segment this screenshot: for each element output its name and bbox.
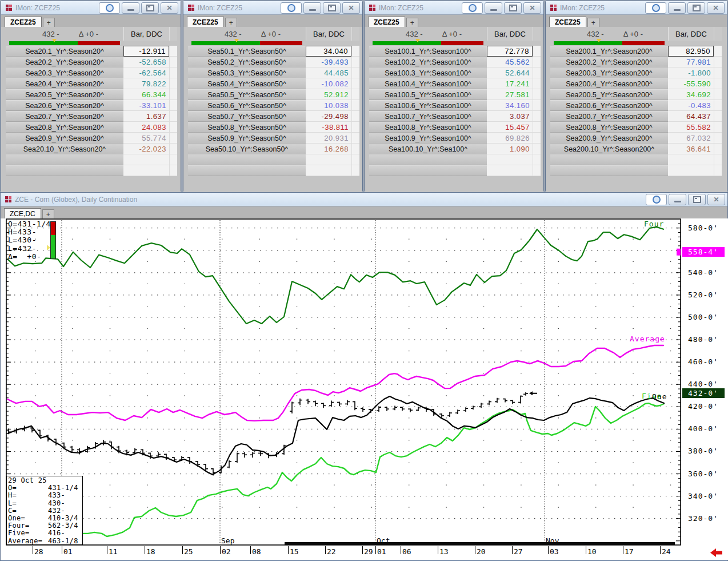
value-cell[interactable]: -0.483 <box>668 100 714 111</box>
maximize-button[interactable] <box>323 2 341 14</box>
table-row[interactable]: Sea200.6_Yr^:Season200^-0.483 <box>550 100 727 111</box>
value-cell[interactable]: 55.774 <box>123 133 169 144</box>
table-row[interactable]: Sea20.9_Yr^:Season20^55.774 <box>6 133 181 144</box>
series-label-cell[interactable]: Sea200.3_Yr^:Season200^ <box>550 67 668 78</box>
price-chart-plot[interactable] <box>1 218 728 560</box>
value-cell[interactable]: 79.822 <box>123 78 169 89</box>
series-label-cell[interactable]: Sea100.6_Yr^:Season100^ <box>369 100 487 111</box>
add-tab-button[interactable]: + <box>406 18 418 27</box>
value-cell[interactable]: -38.811 <box>306 122 351 133</box>
table-row[interactable]: Sea200.2_Yr^:Season200^77.981 <box>550 57 727 67</box>
value-cell[interactable]: 55.582 <box>668 122 714 133</box>
series-label-cell[interactable]: Sea50.9_Yr^:Season50^ <box>188 133 306 144</box>
value-cell[interactable]: 34.040 <box>306 46 351 57</box>
value-cell[interactable]: -22.023 <box>123 144 169 154</box>
maximize-button[interactable] <box>141 2 159 14</box>
value-cell[interactable]: -10.082 <box>306 78 351 89</box>
chart-canvas[interactable]: O=431-1/4 H=433- L=430- L=432- Δ= +0- 29… <box>1 218 728 560</box>
table-row[interactable]: Sea50.5_Yr^:Season50^52.912 <box>188 89 362 100</box>
series-label-cell[interactable]: Sea100.10_Yr^:Sea100^ <box>369 144 487 154</box>
value-cell[interactable]: 45.562 <box>487 57 533 67</box>
table-row[interactable]: Sea100.3_Yr^:Season100^52.644 <box>369 67 543 78</box>
monitor-tab[interactable]: ZCEZ25 <box>368 17 405 27</box>
table-row[interactable]: Sea200.9_Yr^:Season200^67.032 <box>550 133 727 144</box>
monitor-tab[interactable]: ZCEZ25 <box>549 17 586 27</box>
add-tab-button[interactable]: + <box>225 18 237 27</box>
series-label-cell[interactable]: Sea20.2_Yr^:Season20^ <box>6 57 123 67</box>
table-row[interactable]: Sea100.5_Yr^:Season100^27.581 <box>369 89 543 100</box>
table-row[interactable]: Sea20.7_Yr^:Season20^1.637 <box>6 111 181 122</box>
pin-target-button[interactable] <box>281 2 302 14</box>
close-button[interactable]: ✕ <box>161 2 178 14</box>
series-label-cell[interactable]: Sea20.10_Yr^:Season20^ <box>6 144 123 154</box>
table-row[interactable]: Sea100.8_Yr^:Season100^15.457 <box>369 122 543 133</box>
series-label-cell[interactable]: Sea100.9_Yr^:Season100^ <box>369 133 487 144</box>
table-row[interactable]: Sea50.6_Yr^:Season50^10.038 <box>188 100 362 111</box>
pin-target-button[interactable] <box>645 2 666 14</box>
series-label-cell[interactable]: Sea50.2_Yr^:Season50^ <box>188 57 306 67</box>
value-cell[interactable]: 17.241 <box>487 78 533 89</box>
value-cell[interactable]: 64.437 <box>668 111 714 122</box>
close-button[interactable]: ✕ <box>523 2 541 14</box>
close-button[interactable]: ✕ <box>707 194 725 205</box>
series-label-cell[interactable]: Sea100.4_Yr^:Season100^ <box>369 78 487 89</box>
series-label-cell[interactable]: Sea20.9_Yr^:Season20^ <box>6 133 123 144</box>
table-row[interactable]: Sea50.8_Yr^:Season50^-38.811 <box>188 122 362 133</box>
table-row[interactable]: Sea20.5_Yr^:Season20^66.344 <box>6 89 181 100</box>
table-row[interactable]: Sea100.2_Yr^:Season100^45.562 <box>369 57 543 67</box>
x-axis[interactable]: 28011118250208152229010613202703101724 <box>1 546 728 560</box>
value-cell[interactable]: 52.912 <box>306 89 351 100</box>
series-label-cell[interactable]: Sea200.8_Yr^:Season200^ <box>550 122 668 133</box>
value-cell[interactable]: 82.950 <box>668 46 714 57</box>
value-cell[interactable]: 34.160 <box>487 100 533 111</box>
value-cell[interactable]: 1.090 <box>487 144 533 154</box>
value-cell[interactable]: -39.493 <box>306 57 351 67</box>
value-cell[interactable]: 20.931 <box>306 133 351 144</box>
series-label-cell[interactable]: Sea50.5_Yr^:Season50^ <box>188 89 306 100</box>
minimize-button[interactable] <box>669 194 686 205</box>
series-label-cell[interactable]: Sea200.7_Yr^:Season200^ <box>550 111 668 122</box>
series-label-cell[interactable]: Sea50.10_Yr^:Season50^ <box>188 144 306 154</box>
value-cell[interactable]: 52.644 <box>487 67 533 78</box>
minimize-button[interactable] <box>122 2 139 14</box>
minimize-button[interactable] <box>485 2 502 14</box>
value-cell[interactable]: 24.083 <box>123 122 169 133</box>
value-cell[interactable]: 69.826 <box>487 133 533 144</box>
chart-window-titlebar[interactable]: ZCE - Corn (Globex), Daily Continuation … <box>1 193 727 206</box>
series-label-cell[interactable]: Sea20.1_Yr^:Season20^ <box>6 46 123 57</box>
series-label-cell[interactable]: Sea100.8_Yr^:Season100^ <box>369 122 487 133</box>
value-cell[interactable]: -52.658 <box>123 57 169 67</box>
series-label-cell[interactable]: Sea200.1_Yr^:Season200^ <box>550 46 668 57</box>
add-tab-button[interactable]: + <box>43 18 55 27</box>
table-row[interactable]: Sea100.4_Yr^:Season100^17.241 <box>369 78 543 89</box>
series-label-cell[interactable]: Sea50.1_Yr^:Season50^ <box>188 46 306 57</box>
value-cell[interactable]: -29.498 <box>306 111 351 122</box>
series-label-cell[interactable]: Sea50.4_Yr^:Season50^ <box>188 78 306 89</box>
table-row[interactable]: Sea20.10_Yr^:Season20^-22.023 <box>6 144 181 154</box>
table-row[interactable]: Sea200.3_Yr^:Season200^-1.800 <box>550 67 727 78</box>
table-row[interactable]: Sea50.4_Yr^:Season50^-10.082 <box>188 78 362 89</box>
value-cell[interactable]: -1.800 <box>668 67 714 78</box>
close-button[interactable]: ✕ <box>707 2 725 14</box>
minimize-button[interactable] <box>668 2 686 14</box>
maximize-button[interactable] <box>687 2 705 14</box>
value-cell[interactable]: 44.485 <box>306 67 351 78</box>
table-row[interactable]: Sea200.10_Yr^:Season200^36.641 <box>550 144 727 154</box>
value-cell[interactable]: 66.344 <box>123 89 169 100</box>
table-row[interactable]: Sea20.3_Yr^:Season20^-62.564 <box>6 67 181 78</box>
series-label-cell[interactable]: Sea100.3_Yr^:Season100^ <box>369 67 487 78</box>
series-label-cell[interactable]: Sea100.1_Yr^:Season100^ <box>369 46 487 57</box>
add-tab-button[interactable]: + <box>587 18 599 27</box>
table-row[interactable]: Sea200.5_Yr^:Season200^34.692 <box>550 89 727 100</box>
table-row[interactable]: Sea50.9_Yr^:Season50^20.931 <box>188 133 362 144</box>
series-label-cell[interactable]: Sea20.6_Yr^:Season20^ <box>6 100 123 111</box>
value-cell[interactable]: 77.981 <box>668 57 714 67</box>
monitor-tab[interactable]: ZCEZ25 <box>5 17 42 27</box>
table-row[interactable]: Sea200.7_Yr^:Season200^64.437 <box>550 111 727 122</box>
value-cell[interactable]: 72.778 <box>487 46 533 57</box>
table-row[interactable]: Sea200.1_Yr^:Season200^82.950 <box>550 46 727 57</box>
monitor-titlebar[interactable]: IMon: ZCEZ25✕ <box>546 1 727 14</box>
monitor-titlebar[interactable]: IMon: ZCEZ25✕ <box>183 1 362 14</box>
table-row[interactable]: Sea200.8_Yr^:Season200^55.582 <box>550 122 727 133</box>
table-row[interactable]: Sea50.2_Yr^:Season50^-39.493 <box>188 57 362 67</box>
